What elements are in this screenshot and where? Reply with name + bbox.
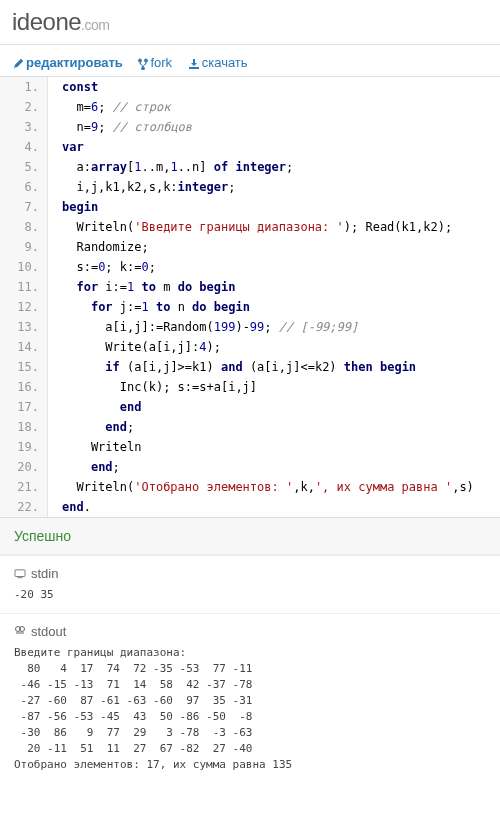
stdin-label: stdin — [31, 566, 58, 581]
code-line: 19. Writeln — [0, 437, 500, 457]
code-line: 8. Writeln('Введите границы диапазона: '… — [0, 217, 500, 237]
code-content: s:=0; k:=0; — [48, 257, 156, 277]
line-number: 16. — [0, 377, 48, 397]
code-content: i,j,k1,k2,s,k:integer; — [48, 177, 235, 197]
code-line: 2. m=6; // строк — [0, 97, 500, 117]
line-number: 20. — [0, 457, 48, 477]
download-icon — [188, 58, 200, 70]
code-line: 15. if (a[i,j]>=k1) and (a[i,j]<=k2) the… — [0, 357, 500, 377]
line-number: 15. — [0, 357, 48, 377]
line-number: 21. — [0, 477, 48, 497]
code-content: end — [48, 397, 141, 417]
code-line: 7.begin — [0, 197, 500, 217]
line-number: 7. — [0, 197, 48, 217]
code-line: 13. a[i,j]:=Random(199)-99; // [-99;99] — [0, 317, 500, 337]
line-number: 18. — [0, 417, 48, 437]
svg-rect-1 — [18, 577, 23, 578]
line-number: 9. — [0, 237, 48, 257]
code-content: Randomize; — [48, 237, 149, 257]
line-number: 10. — [0, 257, 48, 277]
stdin-icon — [14, 569, 26, 579]
code-content: if (a[i,j]>=k1) and (a[i,j]<=k2) then be… — [48, 357, 416, 377]
stdout-content: Введите границы диапазона: 80 4 17 74 72… — [14, 645, 486, 773]
line-number: 6. — [0, 177, 48, 197]
line-number: 1. — [0, 77, 48, 97]
code-content: a[i,j]:=Random(199)-99; // [-99;99] — [48, 317, 358, 337]
code-content: end; — [48, 417, 134, 437]
code-line: 14. Write(a[i,j]:4); — [0, 337, 500, 357]
code-content: const — [48, 77, 98, 97]
code-line: 21. Writeln('Отобрано элементов: ',k,', … — [0, 477, 500, 497]
code-content: end; — [48, 457, 120, 477]
line-number: 2. — [0, 97, 48, 117]
code-content: var — [48, 137, 84, 157]
code-editor[interactable]: 1.const2. m=6; // строк3. n=9; // столбц… — [0, 76, 500, 518]
code-line: 9. Randomize; — [0, 237, 500, 257]
code-line: 12. for j:=1 to n do begin — [0, 297, 500, 317]
stdin-header: stdin — [14, 566, 486, 581]
code-line: 10. s:=0; k:=0; — [0, 257, 500, 277]
stdout-header: stdout — [14, 624, 486, 639]
line-number: 17. — [0, 397, 48, 417]
stdout-section: stdout Введите границы диапазона: 80 4 1… — [0, 614, 500, 783]
download-button[interactable]: скачать — [188, 55, 248, 70]
code-line: 3. n=9; // столбцов — [0, 117, 500, 137]
code-content: Write(a[i,j]:4); — [48, 337, 221, 357]
code-content: Writeln('Отобрано элементов: ',k,', их с… — [48, 477, 474, 497]
stdout-label: stdout — [31, 624, 66, 639]
site-logo: ideone.com — [0, 0, 500, 45]
code-line: 11. for i:=1 to m do begin — [0, 277, 500, 297]
code-content: n=9; // столбцов — [48, 117, 192, 137]
line-number: 11. — [0, 277, 48, 297]
line-number: 3. — [0, 117, 48, 137]
edit-button[interactable]: редактировать — [12, 55, 126, 70]
code-line: 22.end. — [0, 497, 500, 517]
fork-button[interactable]: fork — [138, 55, 175, 70]
code-content: Writeln — [48, 437, 141, 457]
line-number: 19. — [0, 437, 48, 457]
code-content: for i:=1 to m do begin — [48, 277, 235, 297]
line-number: 14. — [0, 337, 48, 357]
line-number: 13. — [0, 317, 48, 337]
fork-label: fork — [150, 55, 172, 70]
line-number: 22. — [0, 497, 48, 517]
code-content: m=6; // строк — [48, 97, 170, 117]
code-line: 17. end — [0, 397, 500, 417]
edit-icon — [12, 58, 24, 70]
edit-label: редактировать — [26, 55, 123, 70]
stdin-section: stdin -20 35 — [0, 556, 500, 613]
logo-text: ideone.com — [12, 8, 109, 35]
svg-rect-0 — [15, 569, 25, 576]
code-content: end. — [48, 497, 91, 517]
line-number: 12. — [0, 297, 48, 317]
code-content: Writeln('Введите границы диапазона: '); … — [48, 217, 452, 237]
status-label: Успешно — [0, 518, 500, 555]
stdout-icon — [14, 625, 26, 637]
line-number: 8. — [0, 217, 48, 237]
code-line: 6. i,j,k1,k2,s,k:integer; — [0, 177, 500, 197]
code-line: 18. end; — [0, 417, 500, 437]
code-line: 4.var — [0, 137, 500, 157]
code-content: Inc(k); s:=s+a[i,j] — [48, 377, 257, 397]
line-number: 4. — [0, 137, 48, 157]
line-number: 5. — [0, 157, 48, 177]
code-line: 20. end; — [0, 457, 500, 477]
stdin-content: -20 35 — [14, 587, 486, 603]
fork-icon — [138, 58, 148, 70]
code-content: a:array[1..m,1..n] of integer; — [48, 157, 293, 177]
code-content: for j:=1 to n do begin — [48, 297, 250, 317]
toolbar: редактировать fork скачать — [0, 45, 500, 76]
code-content: begin — [48, 197, 98, 217]
code-line: 16. Inc(k); s:=s+a[i,j] — [0, 377, 500, 397]
code-line: 1.const — [0, 77, 500, 97]
download-label: скачать — [202, 55, 248, 70]
code-line: 5. a:array[1..m,1..n] of integer; — [0, 157, 500, 177]
